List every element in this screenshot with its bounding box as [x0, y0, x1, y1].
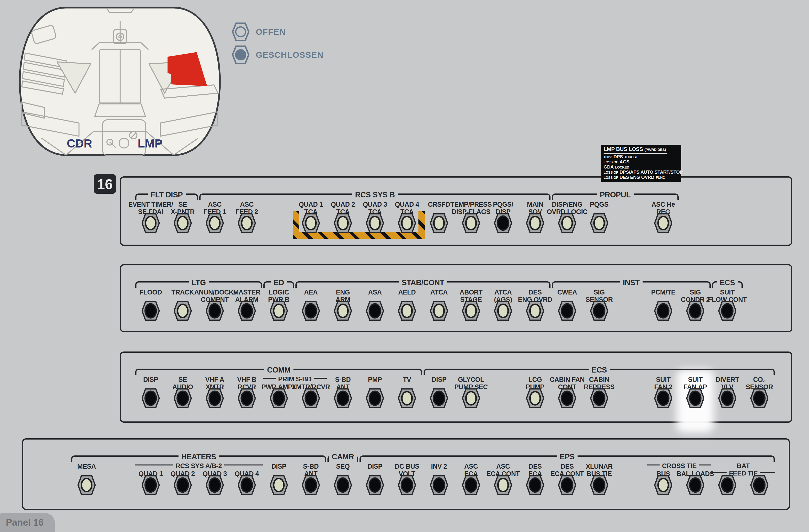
breaker-bat-feed-tie-2[interactable] [750, 475, 769, 496]
breaker-pwr-ampl[interactable] [270, 388, 288, 409]
breaker-atca-ags[interactable] [494, 301, 512, 321]
breaker-bal-loads[interactable] [686, 475, 704, 496]
breaker-aeld[interactable] [398, 301, 416, 321]
breaker-label-quad-4: QUAD 4 [224, 470, 270, 478]
breaker-hex-icon [302, 301, 320, 321]
breaker-asc-he-reg[interactable] [654, 212, 672, 234]
breaker-suit-fan-2[interactable] [654, 388, 672, 409]
breaker-co2-sensor[interactable] [750, 388, 769, 409]
breaker-quad-2[interactable] [174, 475, 192, 496]
breaker-des-eca-cont[interactable] [558, 475, 576, 496]
breaker-s-bd-ant[interactable] [334, 388, 352, 409]
breaker-sig-sensor[interactable] [590, 301, 608, 321]
group-label: ECS [589, 366, 610, 375]
breaker-atca[interactable] [430, 301, 448, 321]
breaker-disp[interactable] [270, 475, 288, 496]
breaker-hex-icon [206, 301, 224, 321]
breaker-main-sov[interactable] [526, 212, 544, 234]
breaker-track[interactable] [174, 301, 192, 321]
breaker-quad-2-tca[interactable] [334, 212, 352, 234]
breaker-flood[interactable] [142, 301, 160, 321]
breaker-crsfd[interactable] [430, 212, 448, 234]
breaker-asa[interactable] [366, 301, 384, 321]
breaker-cabin-repress[interactable] [590, 388, 608, 409]
breaker-lcg-pump[interactable] [526, 388, 544, 409]
breaker-xmtr-rcvr[interactable] [302, 388, 320, 409]
breaker-cabin-fan-cont[interactable] [558, 388, 576, 409]
breaker-divert-vlv[interactable] [718, 388, 736, 409]
breaker-glycol-pump-sec[interactable] [462, 388, 480, 409]
legend-closed-label: GESCHLOSSEN [256, 50, 324, 60]
breaker-hex-icon [558, 388, 576, 409]
breaker-asc-feed-2[interactable] [238, 212, 256, 234]
breaker-hex-icon [398, 475, 416, 496]
breaker-des-eca[interactable] [526, 475, 544, 496]
breaker-aea[interactable] [302, 301, 320, 321]
group-label: ECS [717, 278, 738, 287]
breaker-inv-2[interactable] [430, 475, 448, 496]
breaker-suit-fan-deltap[interactable] [686, 388, 704, 409]
breaker-disp[interactable] [366, 475, 384, 496]
breaker-quad-3[interactable] [206, 475, 224, 496]
cabin-diagram: CDR LMP [18, 6, 221, 157]
breaker-quad-1-tca[interactable] [302, 212, 320, 234]
breaker-des-eng-ovrd[interactable] [526, 301, 544, 321]
breaker-se-x-pntr[interactable] [174, 212, 192, 234]
breaker-label-bal-loads: BAL LOADS [672, 470, 719, 478]
breaker-vhf-b-rcvr[interactable] [238, 388, 256, 409]
breaker-asc-eca[interactable] [462, 475, 480, 496]
breaker-anun-dock-compnt[interactable] [206, 301, 224, 321]
breaker-suit-flow-cont[interactable] [718, 301, 736, 321]
breaker-quad-4-tca[interactable] [398, 212, 416, 234]
breaker-eng-arm[interactable] [334, 301, 352, 321]
breaker-dc-bus-volt[interactable] [398, 475, 416, 496]
warning-line: 100%DPSTHRUST [604, 154, 679, 159]
breaker-pmp[interactable] [366, 388, 384, 409]
breaker-temp-press-disp-flags[interactable] [462, 212, 480, 234]
breaker-disp-eng-ovrd-logic[interactable] [558, 212, 576, 234]
group-inst: INST [552, 281, 711, 288]
breaker-quad-3-tca[interactable] [366, 212, 384, 234]
breaker-hex-icon [750, 475, 769, 496]
breaker-disp[interactable] [142, 388, 160, 409]
breaker-tv[interactable] [398, 388, 416, 409]
breaker-master-alarm[interactable] [238, 301, 256, 321]
breaker-pqgs[interactable] [590, 212, 608, 234]
breaker-hex-icon [142, 301, 160, 321]
breaker-disp[interactable] [430, 388, 448, 409]
group-ed: ED [263, 281, 294, 288]
breaker-seq[interactable] [334, 475, 352, 496]
breaker-pqgs-disp[interactable] [494, 212, 512, 234]
breaker-pcm-te[interactable] [654, 301, 672, 321]
breaker-sig-condr-2[interactable] [686, 301, 704, 321]
breaker-abort-stage[interactable] [462, 301, 480, 321]
group-heaters: HEATERS [71, 456, 326, 462]
breaker-mesa[interactable] [78, 475, 96, 496]
breaker-asc-eca-cont[interactable] [494, 475, 512, 496]
breaker-bus[interactable] [654, 475, 672, 496]
group-ltg: LTG [135, 281, 262, 288]
breaker-hex-icon [430, 388, 448, 409]
breaker-vhf-a-xmtr[interactable] [206, 388, 224, 409]
breaker-quad-1[interactable] [142, 475, 160, 496]
breaker-hex-icon [174, 212, 192, 234]
breaker-hex-icon [430, 212, 448, 234]
group-rcs-sys-b: RCS SYS B [199, 193, 551, 200]
subgroup-prim-s-bd: PRIM S-BD [263, 375, 327, 383]
group-comm: COMM [135, 368, 423, 375]
breaker-asc-feed-1[interactable] [206, 212, 224, 234]
breaker-s-bd-ant[interactable] [302, 475, 320, 496]
breaker-hex-icon [526, 212, 544, 234]
breaker-bat-feed-tie-1[interactable] [718, 475, 736, 496]
breaker-hex-icon [750, 388, 769, 409]
breaker-cwea[interactable] [558, 301, 576, 321]
breaker-xlunar-bus-tie[interactable] [590, 475, 608, 496]
breaker-hex-icon [206, 212, 224, 234]
breaker-hex-icon [494, 301, 512, 321]
breaker-logic-pwr-b[interactable] [270, 301, 288, 321]
breaker-event-timer-se-fdai[interactable] [142, 212, 160, 234]
breaker-quad-4[interactable] [238, 475, 256, 496]
breaker-se-audio[interactable] [174, 388, 192, 409]
breaker-hex-icon [462, 475, 480, 496]
breaker-label-mesa: MESA [63, 463, 110, 470]
